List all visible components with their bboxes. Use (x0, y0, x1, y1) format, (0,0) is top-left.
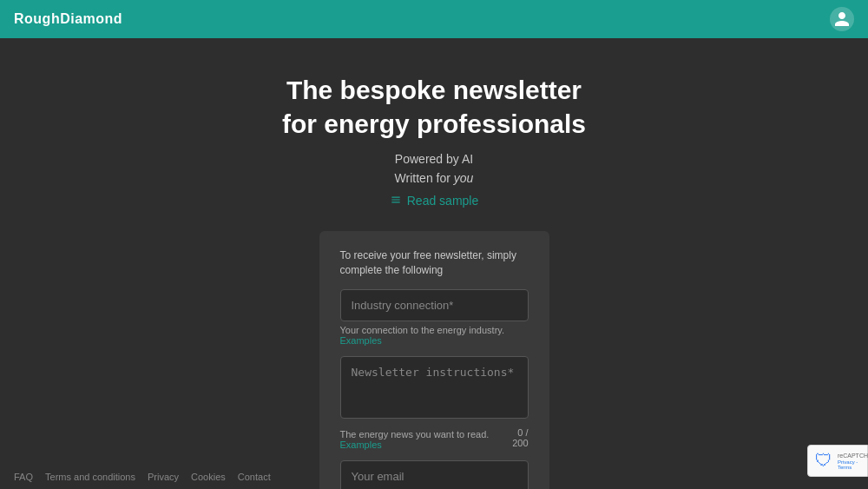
headline-text: The bespoke newsletter for energy profes… (282, 73, 586, 141)
industry-connection-hint: Your connection to the energy industry. … (340, 325, 529, 346)
newsletter-instructions-input[interactable] (340, 356, 529, 419)
industry-connection-group: Your connection to the energy industry. … (340, 289, 529, 346)
industry-examples-link[interactable]: Examples (340, 335, 382, 346)
footer-terms-link[interactable]: Terms and conditions (45, 472, 135, 482)
char-count: 0 / 200 (503, 427, 528, 448)
hero-headline: The bespoke newsletter for energy profes… (282, 73, 586, 141)
footer-faq-link[interactable]: FAQ (14, 472, 33, 482)
user-account-icon[interactable] (830, 7, 854, 31)
newsletter-instructions-hint: The energy news you want to read. Exampl… (340, 429, 504, 450)
powered-by: Powered by AI (395, 149, 474, 169)
signup-form-card: To receive your free newsletter, simply … (319, 231, 549, 489)
recaptcha-badge: 🛡 reCAPTCHA Privacy - Terms (807, 445, 868, 477)
logo: RoughDiamond (14, 11, 122, 27)
footer: FAQ Terms and conditions Privacy Cookies… (0, 465, 868, 489)
textarea-footer: The energy news you want to read. Exampl… (340, 426, 529, 450)
main-content: The bespoke newsletter for energy profes… (0, 38, 868, 489)
footer-cookies-link[interactable]: Cookies (191, 472, 226, 482)
newsletter-examples-link[interactable]: Examples (340, 439, 382, 450)
recaptcha-logo: 🛡 (815, 451, 832, 471)
footer-contact-link[interactable]: Contact (238, 472, 271, 482)
industry-connection-input[interactable] (340, 289, 529, 321)
header: RoughDiamond (0, 0, 868, 38)
newsletter-instructions-group: The energy news you want to read. Exampl… (340, 356, 529, 450)
read-sample-link[interactable]: Read sample (390, 194, 479, 208)
recaptcha-text: reCAPTCHA (838, 452, 868, 459)
form-intro-text: To receive your free newsletter, simply … (340, 248, 529, 278)
hero-subheadline: Powered by AI Written for you (395, 149, 474, 188)
article-icon (390, 194, 402, 208)
footer-privacy-link[interactable]: Privacy (148, 472, 179, 482)
written-for: Written for you (395, 169, 474, 188)
recaptcha-links: Privacy - Terms (838, 459, 868, 470)
